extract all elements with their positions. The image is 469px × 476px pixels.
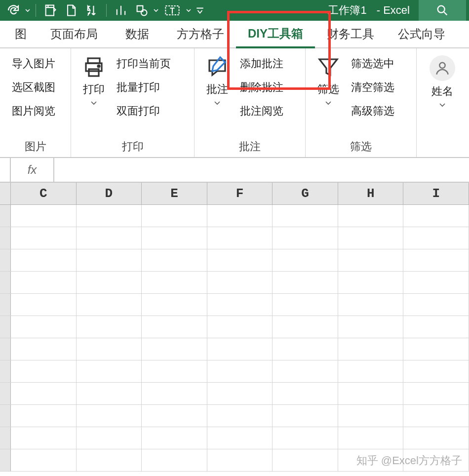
redo-dropdown[interactable] xyxy=(24,0,32,21)
cell[interactable] xyxy=(142,449,207,471)
shapes-dropdown[interactable] xyxy=(152,0,160,21)
search-button[interactable] xyxy=(419,0,466,21)
cell[interactable] xyxy=(77,249,142,271)
image-viewer-button[interactable]: 图片阅览 xyxy=(12,102,55,120)
cell[interactable] xyxy=(142,405,207,427)
cell[interactable] xyxy=(207,205,273,227)
cell[interactable] xyxy=(77,405,142,427)
redo-button[interactable] xyxy=(3,0,24,21)
tab-page-layout[interactable]: 页面布局 xyxy=(39,21,110,47)
cell[interactable] xyxy=(207,272,273,293)
cell[interactable] xyxy=(11,427,77,449)
save-icon[interactable] xyxy=(40,0,61,21)
tab-diy-toolbox[interactable]: DIY工具箱 xyxy=(236,21,315,48)
col-header[interactable]: D xyxy=(77,183,142,204)
filter-selected-button[interactable]: 筛选选中 xyxy=(351,54,394,73)
cell[interactable] xyxy=(403,383,469,404)
cell[interactable] xyxy=(142,205,207,227)
cell[interactable] xyxy=(403,316,469,338)
cell[interactable] xyxy=(403,249,469,271)
cell[interactable] xyxy=(77,360,142,382)
cell[interactable] xyxy=(207,383,273,404)
cell[interactable] xyxy=(338,449,404,471)
batch-print-button[interactable]: 批量打印 xyxy=(117,78,171,97)
cell[interactable] xyxy=(273,383,338,404)
cell[interactable] xyxy=(273,294,338,316)
cell[interactable] xyxy=(207,338,273,360)
cell[interactable] xyxy=(77,427,142,449)
cell[interactable] xyxy=(273,272,338,293)
cell[interactable] xyxy=(273,316,338,338)
cell[interactable] xyxy=(142,427,207,449)
cell[interactable] xyxy=(142,360,207,382)
sort-icon[interactable] xyxy=(81,0,102,21)
col-header[interactable]: G xyxy=(273,183,338,204)
cell[interactable] xyxy=(142,338,207,360)
cell[interactable] xyxy=(338,405,404,427)
row-header[interactable] xyxy=(0,205,11,227)
col-header[interactable]: C xyxy=(11,183,77,204)
cell[interactable] xyxy=(142,227,207,249)
cell[interactable] xyxy=(273,449,338,471)
cell[interactable] xyxy=(11,316,77,338)
cell[interactable] xyxy=(207,294,273,316)
cell[interactable] xyxy=(11,449,77,471)
cell[interactable] xyxy=(403,227,469,249)
col-header[interactable]: I xyxy=(403,183,469,204)
row-header[interactable] xyxy=(0,338,11,360)
cell[interactable] xyxy=(11,360,77,382)
comment-viewer-button[interactable]: 批注阅览 xyxy=(240,102,283,120)
cell[interactable] xyxy=(142,249,207,271)
cell[interactable] xyxy=(273,427,338,449)
cell[interactable] xyxy=(11,205,77,227)
cell[interactable] xyxy=(338,383,404,404)
tab-data[interactable]: 数据 xyxy=(110,21,165,47)
textbox-dropdown[interactable] xyxy=(185,0,193,21)
filter-button[interactable]: 筛选 xyxy=(311,52,346,108)
row-header[interactable] xyxy=(0,383,11,404)
comment-button[interactable]: 批注 xyxy=(199,52,235,108)
cell[interactable] xyxy=(338,294,404,316)
new-file-icon[interactable] xyxy=(61,0,81,21)
delete-comment-button[interactable]: 删除批注 xyxy=(240,78,283,97)
row-header[interactable] xyxy=(0,449,11,471)
cell[interactable] xyxy=(207,405,273,427)
row-header[interactable] xyxy=(0,272,11,293)
row-header[interactable] xyxy=(0,249,11,271)
cell[interactable] xyxy=(207,249,273,271)
cell[interactable] xyxy=(77,449,142,471)
textbox-icon[interactable] xyxy=(160,0,185,21)
col-header[interactable]: F xyxy=(207,183,273,204)
cell[interactable] xyxy=(207,360,273,382)
cell[interactable] xyxy=(77,272,142,293)
row-header[interactable] xyxy=(0,227,11,249)
cell[interactable] xyxy=(273,227,338,249)
cell[interactable] xyxy=(77,338,142,360)
cell[interactable] xyxy=(142,383,207,404)
cell[interactable] xyxy=(338,272,404,293)
customize-qat-icon[interactable] xyxy=(193,0,207,21)
cell[interactable] xyxy=(403,405,469,427)
cell[interactable] xyxy=(77,316,142,338)
cell[interactable] xyxy=(338,338,404,360)
cell[interactable] xyxy=(11,405,77,427)
name-box[interactable] xyxy=(0,158,11,182)
cell[interactable] xyxy=(77,227,142,249)
cell[interactable] xyxy=(403,449,469,471)
cell[interactable] xyxy=(403,427,469,449)
chart-icon[interactable] xyxy=(111,0,131,21)
cell[interactable] xyxy=(338,227,404,249)
cell[interactable] xyxy=(11,272,77,293)
cell[interactable] xyxy=(11,338,77,360)
tab-ffcell[interactable]: 方方格子 xyxy=(165,21,236,47)
cell[interactable] xyxy=(11,383,77,404)
cell[interactable] xyxy=(338,427,404,449)
tab-finance[interactable]: 财务工具 xyxy=(315,21,386,47)
cell[interactable] xyxy=(403,272,469,293)
row-header[interactable] xyxy=(0,427,11,449)
row-header[interactable] xyxy=(0,316,11,338)
cell[interactable] xyxy=(207,427,273,449)
row-header[interactable] xyxy=(0,294,11,316)
cell[interactable] xyxy=(273,360,338,382)
cell[interactable] xyxy=(207,227,273,249)
